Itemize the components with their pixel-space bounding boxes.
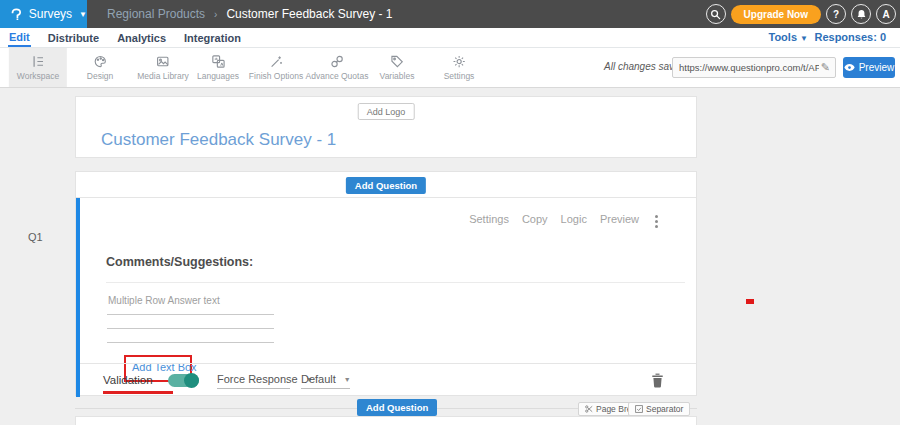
image-icon bbox=[156, 54, 171, 69]
tag-icon bbox=[390, 54, 405, 69]
survey-url-field: ✎ bbox=[672, 57, 836, 78]
default-dropdown[interactable]: Default ▼ bbox=[301, 373, 350, 389]
add-question-strip: Add Question bbox=[76, 172, 696, 198]
survey-header-card: Add Logo Customer Feedback Survey - 1 bbox=[75, 96, 697, 158]
answer-row-2[interactable] bbox=[107, 328, 274, 329]
question-settings-link[interactable]: Settings bbox=[469, 213, 509, 225]
add-question-button-top[interactable]: Add Question bbox=[346, 177, 426, 194]
scissors-icon bbox=[585, 405, 593, 413]
tool-media-library[interactable]: Media Library bbox=[129, 48, 197, 87]
toggle-knob bbox=[184, 373, 199, 388]
palette-icon bbox=[93, 54, 108, 69]
tool-design[interactable]: Design bbox=[79, 48, 121, 87]
header-actions: Upgrade Now ? A bbox=[706, 0, 896, 28]
question-footer: Validation Force Response ▼ Default ▼ bbox=[80, 363, 696, 397]
top-header-bar: Surveys ▼ Regional Products › Customer F… bbox=[0, 0, 900, 28]
eye-icon bbox=[844, 63, 855, 72]
chevron-down-icon: ▼ bbox=[800, 34, 808, 43]
delete-question-trash-icon[interactable] bbox=[650, 372, 665, 388]
add-question-button-bottom[interactable]: Add Question bbox=[357, 399, 437, 416]
question-block: Settings Copy Logic Preview Comments/Sug… bbox=[76, 198, 696, 397]
question-number-label: Q1 bbox=[28, 231, 43, 243]
question-text[interactable]: Comments/Suggestions: bbox=[106, 255, 253, 269]
chevron-down-icon: ▼ bbox=[79, 10, 87, 19]
notifications-button[interactable] bbox=[851, 4, 871, 24]
responses-count[interactable]: Responses: 0 bbox=[814, 31, 886, 43]
breadcrumb-separator-icon: › bbox=[214, 9, 217, 20]
chevron-down-icon: ▼ bbox=[344, 376, 351, 383]
tab-integration[interactable]: Integration bbox=[183, 30, 242, 46]
search-button[interactable] bbox=[706, 4, 726, 24]
chain-icon bbox=[329, 54, 344, 69]
question-logic-link[interactable]: Logic bbox=[561, 213, 587, 225]
avatar[interactable]: A bbox=[876, 4, 896, 24]
search-icon bbox=[710, 9, 721, 20]
bell-icon bbox=[856, 9, 867, 20]
module-nav-items: Edit Distribute Analytics Integration bbox=[8, 28, 242, 47]
questionpro-logo-icon bbox=[11, 7, 22, 22]
module-nav: Edit Distribute Analytics Integration To… bbox=[0, 28, 900, 48]
tool-advance-quotas[interactable]: Advance Quotas bbox=[298, 48, 377, 87]
breadcrumb-folder[interactable]: Regional Products bbox=[107, 7, 205, 21]
annotation-red-dash bbox=[746, 299, 754, 304]
tool-workspace[interactable]: Workspace bbox=[9, 48, 67, 87]
tool-languages[interactable]: Languages bbox=[189, 48, 247, 87]
product-switcher[interactable]: Surveys ▼ bbox=[0, 0, 87, 28]
upgrade-now-button[interactable]: Upgrade Now bbox=[731, 5, 821, 24]
question-more-menu[interactable] bbox=[652, 213, 660, 229]
answer-placeholder: Multiple Row Answer text bbox=[108, 295, 220, 306]
validation-toggle[interactable] bbox=[168, 374, 199, 387]
add-logo-button[interactable]: Add Logo bbox=[358, 103, 415, 120]
annotation-red-underline bbox=[103, 391, 173, 394]
gear-icon bbox=[452, 54, 467, 69]
separator-checkbox-icon bbox=[635, 405, 643, 413]
edit-url-pencil-icon[interactable]: ✎ bbox=[821, 61, 835, 74]
question-section-card: Add Question Settings Copy Logic Preview… bbox=[75, 171, 697, 396]
separator-button[interactable]: Separator bbox=[628, 402, 690, 416]
translate-icon bbox=[210, 54, 225, 69]
preview-button[interactable]: Preview bbox=[843, 57, 895, 78]
next-block-card bbox=[75, 416, 697, 425]
tool-variables[interactable]: Variables bbox=[372, 48, 423, 87]
product-name: Surveys bbox=[29, 7, 72, 21]
tools-menu[interactable]: Tools ▼ bbox=[769, 31, 809, 43]
survey-url-input[interactable] bbox=[673, 62, 821, 73]
question-actions: Settings Copy Logic Preview bbox=[469, 213, 639, 225]
validation-label: Validation bbox=[103, 374, 153, 386]
avatar-initial: A bbox=[882, 9, 889, 20]
tool-settings[interactable]: Settings bbox=[436, 48, 483, 87]
tab-analytics[interactable]: Analytics bbox=[116, 30, 167, 46]
tab-edit[interactable]: Edit bbox=[8, 29, 31, 47]
breadcrumb: Regional Products › Customer Feedback Su… bbox=[107, 0, 392, 28]
help-icon: ? bbox=[833, 9, 839, 20]
survey-title[interactable]: Customer Feedback Survey - 1 bbox=[101, 130, 336, 150]
force-response-dropdown[interactable]: Force Response ▼ bbox=[217, 373, 290, 389]
question-preview-link[interactable]: Preview bbox=[600, 213, 639, 225]
answer-row-1[interactable] bbox=[107, 314, 274, 315]
breadcrumb-survey-name: Customer Feedback Survey - 1 bbox=[226, 7, 392, 21]
question-divider bbox=[106, 282, 685, 283]
survey-editor-page: Surveys ▼ Regional Products › Customer F… bbox=[0, 0, 900, 425]
help-button[interactable]: ? bbox=[826, 4, 846, 24]
answer-row-3[interactable] bbox=[107, 342, 274, 343]
question-copy-link[interactable]: Copy bbox=[522, 213, 548, 225]
wand-icon bbox=[269, 54, 284, 69]
edit-toolbar: Workspace Design Media Library bbox=[0, 48, 900, 88]
workspace-icon bbox=[30, 54, 45, 69]
tab-distribute[interactable]: Distribute bbox=[47, 30, 100, 46]
